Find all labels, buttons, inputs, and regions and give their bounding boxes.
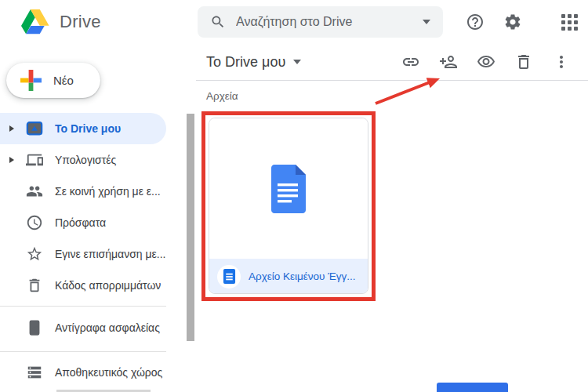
preview-eye-icon[interactable] xyxy=(477,53,495,71)
delete-icon[interactable] xyxy=(514,53,533,71)
sidebar-item-label: Υπολογιστές xyxy=(55,154,116,166)
search-input[interactable] xyxy=(236,15,423,29)
file-card-footer: Αρχείο Κειμένου Έγγ... xyxy=(209,259,368,294)
sidebar-item-label: Σε κοινή χρήση με ε... xyxy=(55,185,161,198)
help-icon[interactable] xyxy=(466,13,485,31)
sidebar-item-backups[interactable]: Αντίγραφα ασφαλείας xyxy=(0,312,166,343)
google-plus-icon xyxy=(20,70,42,91)
new-button[interactable]: Νέο xyxy=(6,63,100,98)
trash-icon xyxy=(25,276,44,295)
sidebar-item-my-drive[interactable]: Το Drive μου xyxy=(0,113,166,144)
sidebar-item-recent[interactable]: Πρόσφατα xyxy=(0,207,166,238)
bottom-blue-fragment xyxy=(437,383,508,392)
file-name: Αρχείο Κειμένου Έγγ... xyxy=(249,270,356,282)
people-icon xyxy=(25,182,44,201)
sidebar-divider xyxy=(0,306,166,307)
star-icon xyxy=(25,245,44,263)
drive-logo[interactable]: Drive xyxy=(21,9,101,34)
search-bar[interactable] xyxy=(198,6,443,38)
sidebar-item-storage[interactable]: Αποθηκευτικός χώρος xyxy=(0,357,166,388)
add-person-icon[interactable] xyxy=(439,53,458,71)
settings-gear-icon[interactable] xyxy=(503,13,522,31)
get-link-icon[interactable] xyxy=(401,53,420,71)
app-title: Drive xyxy=(60,12,101,32)
main-content: Το Drive μου Αρχεία xyxy=(196,44,588,392)
sidebar-item-label: Αποθηκευτικός χώρος xyxy=(55,366,162,379)
content-toolbar: Το Drive μου xyxy=(196,44,588,81)
sidebar-item-trash[interactable]: Κάδος απορριμμάτων xyxy=(0,270,166,301)
sidebar-item-computers[interactable]: Υπολογιστές xyxy=(0,144,166,176)
my-drive-icon xyxy=(25,119,44,138)
sidebar-item-label: Το Drive μου xyxy=(55,122,121,135)
storage-icon xyxy=(25,363,44,382)
folder-title[interactable]: Το Drive μου xyxy=(206,54,285,71)
sidebar-divider xyxy=(0,351,166,352)
sidebar-item-label: Κάδος απορριμμάτων xyxy=(55,279,161,292)
search-options-caret-icon[interactable] xyxy=(423,20,430,24)
folder-title-caret-icon[interactable] xyxy=(293,60,301,64)
devices-icon xyxy=(25,151,44,169)
docs-badge-circle xyxy=(217,265,241,289)
sidebar-item-starred[interactable]: Εγινε επισήμανση με... xyxy=(0,238,166,270)
sidebar-item-shared-with-me[interactable]: Σε κοινή χρήση με ε... xyxy=(0,176,166,207)
google-docs-icon xyxy=(270,165,307,213)
expand-arrow-icon[interactable] xyxy=(6,157,17,163)
file-card-preview xyxy=(209,118,368,259)
clock-icon xyxy=(25,213,44,232)
sidebar-item-label: Αντίγραφα ασφαλείας xyxy=(55,321,160,334)
toolbar-actions xyxy=(401,53,588,71)
main-scrollbar[interactable] xyxy=(187,114,194,341)
more-options-icon[interactable] xyxy=(552,53,571,71)
new-button-label: Νέο xyxy=(53,74,74,87)
app-header: Drive xyxy=(0,0,588,44)
expand-arrow-icon[interactable] xyxy=(6,125,17,132)
drive-triangle-icon xyxy=(21,9,49,34)
sidebar-item-label: Πρόσφατα xyxy=(55,216,106,229)
section-label: Αρχεία xyxy=(206,90,238,102)
google-docs-small-icon xyxy=(223,268,236,285)
backup-check-icon xyxy=(25,318,44,337)
apps-grid-icon[interactable] xyxy=(561,14,578,31)
sidebar: Νέο Το Drive μου Υπολογιστές xyxy=(0,44,196,392)
sidebar-item-label: Εγινε επισήμανση με... xyxy=(55,248,165,260)
sidebar-nav: Το Drive μου Υπολογιστές Σε κοινή χρήση … xyxy=(0,113,196,388)
file-card[interactable]: Αρχείο Κειμένου Έγγ... xyxy=(209,118,368,294)
search-icon xyxy=(210,14,226,30)
